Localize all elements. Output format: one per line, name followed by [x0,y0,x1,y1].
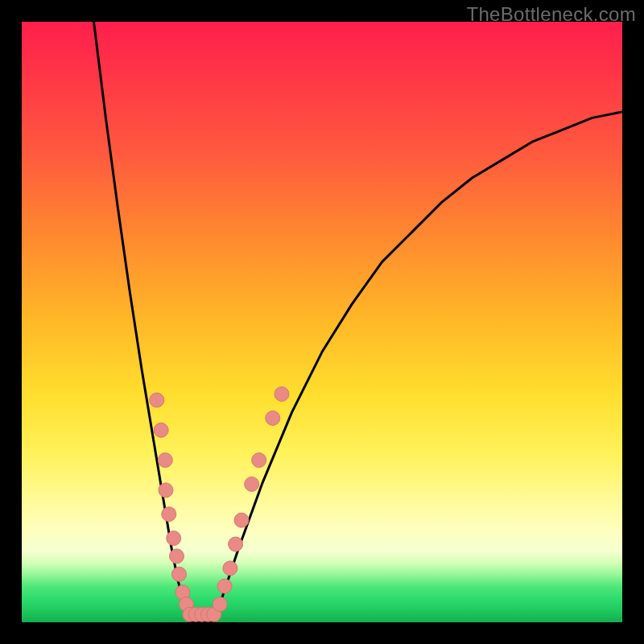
data-marker [158,453,172,468]
data-marker [229,537,243,551]
data-marker [234,513,249,527]
data-marker [266,411,280,425]
data-marker [213,597,227,612]
plot-area [22,22,622,622]
data-marker [170,549,184,564]
marker-group [150,387,289,622]
data-marker [252,453,266,468]
data-marker [245,477,259,491]
data-marker [159,483,173,497]
data-marker [167,531,181,546]
data-marker [162,507,176,522]
watermark-text: TheBottleneck.com [466,3,636,26]
data-marker [172,567,187,581]
data-marker [275,387,289,402]
chart-svg [22,22,622,622]
outer-frame: TheBottleneck.com [0,0,644,644]
data-marker [150,393,164,407]
data-marker [217,579,232,593]
data-marker [223,561,237,576]
data-marker [154,423,168,437]
